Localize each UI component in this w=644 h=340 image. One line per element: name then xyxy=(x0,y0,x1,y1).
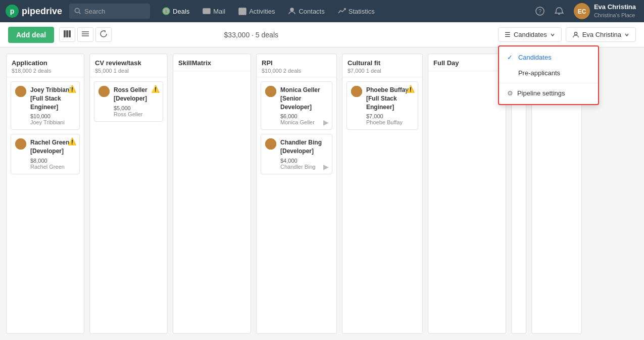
col-cards-cultural: Phoebe Buffay [Full Stack Engineer] $7,0… xyxy=(342,77,422,134)
col-cards-cv: Ross Geller [Developer] $5,000 Ross Gell… xyxy=(90,77,167,126)
filter-person-icon xyxy=(572,31,579,38)
col-meta: $18,000 2 deals xyxy=(12,68,79,74)
refresh-button[interactable] xyxy=(95,27,112,42)
warning-icon: ⚠️ xyxy=(151,85,160,93)
card-info: Chandler Bing [Developer] $4,000 Chandle… xyxy=(280,138,328,170)
col-header-cv: CV review/task $5,000 1 deal xyxy=(90,54,167,77)
col-title: Full Day xyxy=(433,59,501,67)
col-cards-application: Joey Tribbiani [Full Stack Engineer] $10… xyxy=(7,77,84,178)
nav-item-mail[interactable]: Mail xyxy=(196,0,231,22)
col-cards-skillmatrix xyxy=(173,71,251,79)
refresh-icon xyxy=(100,30,107,37)
svg-point-28 xyxy=(265,138,276,150)
user-info: Eva Christina Christina's Place xyxy=(594,3,636,19)
notifications-button[interactable] xyxy=(552,4,567,19)
avatar xyxy=(265,86,276,97)
nav-right: ? EC Eva Christina Christina's Place xyxy=(532,3,639,19)
column-full-day: Full Day xyxy=(428,54,506,334)
col-title: Cultural fit xyxy=(348,59,417,67)
column-cv-review: CV review/task $5,000 1 deal Ross Geller… xyxy=(89,54,168,334)
avatar xyxy=(15,138,26,150)
card-ross[interactable]: Ross Geller [Developer] $5,000 Ross Gell… xyxy=(94,81,163,122)
svg-text:EC: EC xyxy=(578,8,586,15)
column-skillmatrix: SkillMatrix xyxy=(173,54,251,334)
filter-chevron-icon xyxy=(624,32,629,37)
col-header-application: Application $18,000 2 deals xyxy=(7,54,84,77)
warning-icon: ⚠️ xyxy=(68,137,76,145)
col-header-skillmatrix: SkillMatrix xyxy=(173,54,251,71)
toolbar: Add deal $33,000 · 5 deals xyxy=(0,22,644,47)
nav-item-activities[interactable]: Activities xyxy=(232,0,281,22)
avatar xyxy=(265,138,276,150)
svg-rect-18 xyxy=(66,30,68,37)
list-view-button[interactable] xyxy=(77,27,93,42)
column-application: Application $18,000 2 deals Joey Tribbia… xyxy=(6,54,84,334)
col-header-rpi: RPI $10,000 2 deals xyxy=(257,54,336,77)
pipeline-settings-item[interactable]: ⚙ Pipeline settings xyxy=(499,85,598,101)
svg-text:p: p xyxy=(10,7,15,15)
col-title: SkillMatrix xyxy=(178,59,245,67)
pipeline-label: Candidates xyxy=(514,31,547,38)
pipeline-select-button[interactable]: ☰ Candidates xyxy=(498,27,562,42)
nav-item-contacts[interactable]: Contacts xyxy=(282,0,330,22)
svg-point-2 xyxy=(75,8,79,13)
card-row: Joey Tribbiani [Full Stack Engineer] $10… xyxy=(15,86,75,125)
kanban-view-button[interactable] xyxy=(59,27,75,42)
nav-item-statistics[interactable]: Statistics xyxy=(332,0,381,22)
add-deal-button[interactable]: Add deal xyxy=(8,27,54,43)
pipeline-dropdown[interactable]: ☰ Candidates ✓ Candidates Pre-applicants xyxy=(498,27,562,42)
person-icon xyxy=(288,7,296,15)
forward-arrow-icon: ▶ xyxy=(323,118,329,126)
card-phoebe[interactable]: Phoebe Buffay [Full Stack Engineer] $7,0… xyxy=(346,81,418,130)
svg-rect-7 xyxy=(239,8,246,15)
avatar xyxy=(98,86,110,97)
top-navigation: p pipedrive $ Deals Mail xyxy=(0,0,644,22)
gear-icon: ⚙ xyxy=(507,89,513,97)
help-button[interactable]: ? xyxy=(532,4,548,19)
pipeline-option-candidates[interactable]: ✓ Candidates xyxy=(499,50,598,65)
col-cards-fullday xyxy=(428,71,506,79)
mail-icon xyxy=(203,7,211,15)
svg-line-3 xyxy=(79,12,80,14)
bell-icon xyxy=(555,7,564,16)
svg-point-26 xyxy=(98,86,110,97)
col-header-fullday: Full Day xyxy=(428,54,506,71)
menu-divider xyxy=(499,83,598,83)
card-joey[interactable]: Joey Tribbiani [Full Stack Engineer] $10… xyxy=(11,81,80,130)
card-info: Monica Geller [Senior Developer] $6,000 … xyxy=(280,86,328,125)
svg-point-29 xyxy=(351,86,362,97)
svg-text:$: $ xyxy=(165,9,168,14)
toolbar-right: ☰ Candidates ✓ Candidates Pre-applicants xyxy=(498,27,636,42)
column-rpi: RPI $10,000 2 deals Monica Geller [Senio… xyxy=(256,54,337,334)
nav-item-deals[interactable]: $ Deals xyxy=(156,0,195,22)
svg-rect-17 xyxy=(64,30,66,37)
col-title: RPI xyxy=(262,59,331,67)
forward-arrow-icon: ▶ xyxy=(323,163,329,171)
logo[interactable]: p pipedrive xyxy=(5,4,62,18)
card-rachel[interactable]: Rachel Green [Developer] $8,000 Rachel G… xyxy=(11,134,80,174)
help-icon: ? xyxy=(535,7,544,16)
nav-items: $ Deals Mail Activities C xyxy=(156,0,381,22)
check-icon: ✓ xyxy=(507,54,514,61)
card-monica[interactable]: Monica Geller [Senior Developer] $6,000 … xyxy=(261,81,332,130)
col-meta: $7,000 1 deal xyxy=(348,68,417,74)
col-meta: $5,000 1 deal xyxy=(95,68,162,74)
pipeline-option-preapplicants[interactable]: Pre-applicants xyxy=(499,65,598,81)
card-row: Monica Geller [Senior Developer] $6,000 … xyxy=(265,86,328,125)
dollar-icon: $ xyxy=(162,7,170,15)
svg-point-25 xyxy=(15,138,26,150)
user-menu[interactable]: EC Eva Christina Christina's Place xyxy=(571,3,639,19)
filter-label: Eva Christina xyxy=(582,31,621,38)
search-input[interactable] xyxy=(84,8,145,15)
col-meta: $10,000 2 deals xyxy=(262,68,331,74)
avatar xyxy=(351,86,362,97)
filter-button[interactable]: Eva Christina xyxy=(566,27,636,42)
avatar: EC xyxy=(574,3,590,19)
svg-point-27 xyxy=(265,86,276,97)
chart-icon xyxy=(338,7,346,15)
board-summary: $33,000 · 5 deals xyxy=(224,31,278,39)
view-buttons xyxy=(59,27,112,42)
card-chandler[interactable]: Chandler Bing [Developer] $4,000 Chandle… xyxy=(261,134,332,174)
search-box[interactable] xyxy=(69,4,150,19)
column-cultural-fit: Cultural fit $7,000 1 deal Phoebe Buffay… xyxy=(342,54,423,334)
